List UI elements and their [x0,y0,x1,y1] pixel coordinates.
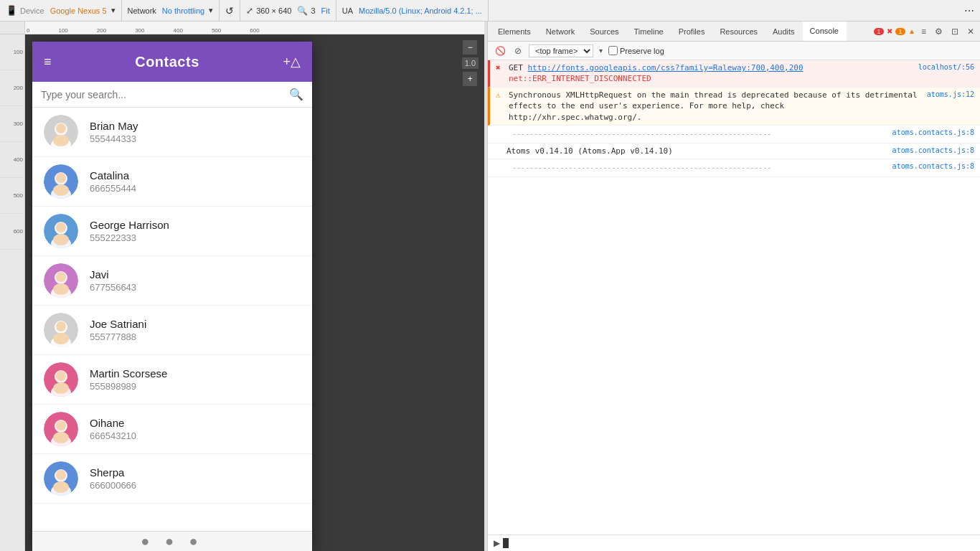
contact-item[interactable]: Catalina666555444 [32,157,312,207]
device-dropdown-icon[interactable]: ▾ [111,6,116,15]
contact-item[interactable]: Sherpa666000666 [32,454,312,504]
avatar [44,362,78,397]
contact-name: Oihane [90,417,136,429]
filter-console-button[interactable]: ⊘ [513,44,523,57]
contact-item[interactable]: Martin Scorsese555898989 [32,355,312,405]
console-messages: ✖ GET http://fonts.googleapis.com/css?fa… [488,60,980,534]
preserve-log-label[interactable]: Preserve log [608,46,664,55]
mobile-frame: ≡ Contacts +△ 🔍 [32,42,312,551]
fit-button[interactable]: Fit [321,6,330,15]
contact-name: Catalina [90,169,136,182]
device-viewport: ≡ Contacts +△ 🔍 [25,34,484,551]
tick-200: 200 [97,27,106,34]
contact-info: Catalina666555444 [90,169,136,194]
avatar [44,412,78,446]
tab-elements-label: Elements [498,27,531,36]
frame-select[interactable]: <top frame> [529,44,593,57]
zoom-plus-button[interactable]: + [463,72,477,86]
error-count-badge: 1 [874,28,884,35]
device-simulation-panel: 100 200 300 400 500 600 0 100 200 300 40… [0,22,484,551]
contacts-search-bar[interactable]: 🔍 [32,82,312,108]
contacts-title: Contacts [135,54,199,70]
clear-console-button[interactable]: 🚫 [494,44,507,57]
tab-resources-label: Resources [720,27,758,36]
throttle-label[interactable]: No throttling [162,6,204,15]
tab-timeline[interactable]: Timeline [627,22,672,41]
tab-timeline-label: Timeline [634,27,664,36]
warn-triangle-icon: ▲ [908,27,915,35]
zoom-icon[interactable]: 🔍 [297,6,308,16]
tab-console[interactable]: Console [803,22,847,41]
tick-500: 500 [212,27,221,34]
more-icon[interactable]: ⋯ [964,5,974,17]
contact-name: Sherpa [90,466,136,479]
atoms-source[interactable]: atoms.contacts.js:8 [892,146,974,154]
mobile-bottom-bar: ● ● ● [32,531,312,551]
tab-audits[interactable]: Audits [765,22,803,41]
error-subtext-1: net::ERR_INTERNET_DISCONNECTED [509,74,651,83]
contact-item[interactable]: Joe Satriani555777888 [32,306,312,355]
error-source-1[interactable]: localhost/:56 [918,63,974,71]
rotate-icon[interactable]: ↺ [225,5,234,17]
contact-phone: 555222333 [90,232,169,243]
separator-source-1[interactable]: atoms.contacts.js:8 [892,128,974,136]
contact-phone: 666000666 [90,480,136,491]
expand-callstack-button[interactable]: ≡ [918,25,929,38]
device-name[interactable]: Google Nexus 5 [50,6,107,15]
device-segment: 📱 Device Google Nexus 5 ▾ [0,0,122,21]
throttle-dropdown-icon[interactable]: ▾ [209,6,213,15]
tab-sources-label: Sources [590,27,618,36]
separator-source-2[interactable]: atoms.contacts.js:8 [892,162,974,170]
rotate-segment[interactable]: ↺ [220,0,240,21]
dock-button[interactable]: ⊡ [948,25,961,38]
rotate-icon-2[interactable]: ⤢ [246,6,253,16]
contact-phone: 555444333 [90,133,138,144]
tab-sources[interactable]: Sources [583,22,626,41]
more-btn[interactable]: ⋯ [958,5,980,17]
contacts-header: ≡ Contacts +△ [32,42,312,82]
error-url-1[interactable]: http://fonts.googleapis.com/css?family=R… [528,63,804,72]
contact-name: Martin Scorsese [90,367,167,380]
v-tick-500: 500 [0,178,24,214]
zoom-minus-button[interactable]: − [463,40,477,55]
contact-item[interactable]: Brian May555444333 [32,108,312,157]
ua-value: Mozilla/5.0 (Linux; Android 4.2.1; ... [359,6,482,15]
svg-point-4 [53,135,69,146]
avatar [44,115,78,149]
preserve-log-checkbox[interactable] [608,46,618,55]
search-icon[interactable]: 🔍 [289,88,303,101]
error-content-1: GET http://fonts.googleapis.com/css?fami… [509,62,913,85]
contact-phone: 666555444 [90,183,136,194]
vertical-ruler: 100 200 300 400 500 600 [0,22,25,551]
svg-point-33 [56,420,66,430]
tab-network[interactable]: Network [539,22,583,41]
console-prompt-icon: ▶ [494,538,500,548]
contacts-menu-button[interactable]: ≡ [44,55,52,70]
tab-profiles-label: Profiles [679,27,705,36]
contacts-add-button[interactable]: +△ [283,54,301,70]
contact-phone: 666543210 [90,430,136,441]
tab-profiles[interactable]: Profiles [672,22,713,41]
avatar [44,164,78,199]
tab-resources[interactable]: Resources [712,22,765,41]
close-devtools-button[interactable]: ✕ [964,25,977,38]
contact-name: Javi [90,268,136,281]
svg-point-29 [53,382,69,394]
svg-point-38 [56,470,66,480]
svg-point-13 [56,222,66,232]
svg-point-3 [56,123,66,133]
contact-info: Oihane666543210 [90,417,136,441]
v-tick-100: 100 [0,34,24,70]
settings-button[interactable]: ⚙ [932,25,946,38]
contact-item[interactable]: Javi677556643 [32,256,312,306]
contact-item[interactable]: Oihane666543210 [32,405,312,454]
svg-point-18 [56,272,66,282]
warn-source-1[interactable]: atoms.js:12 [927,90,974,98]
tab-elements[interactable]: Elements [491,22,539,41]
contact-info: Sherpa666000666 [90,466,136,491]
search-input[interactable] [41,89,289,100]
contact-item[interactable]: George Harrison555222333 [32,207,312,256]
error-icon-1: ✖ [496,63,506,72]
contacts-list: Brian May555444333 Catalina666555444 Geo… [32,108,312,531]
separator-content-2: ----------------------------------------… [507,161,887,174]
